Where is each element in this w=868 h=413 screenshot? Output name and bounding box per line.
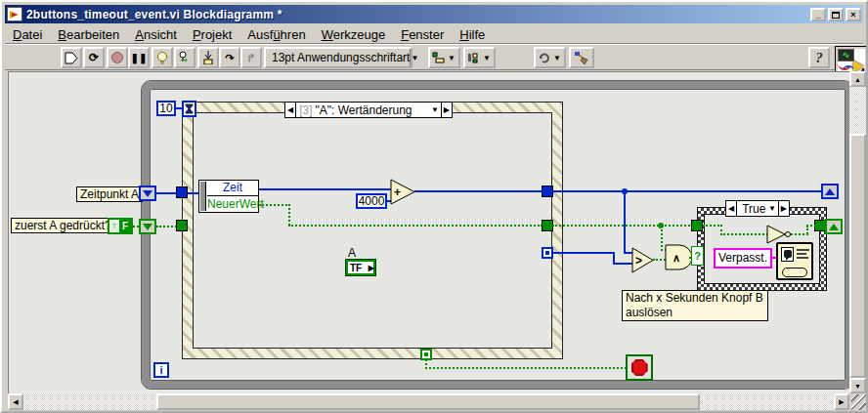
a-terminal-tf: TF xyxy=(350,263,362,273)
case-dropdown-icon[interactable]: ▼ xyxy=(766,204,778,213)
shift-register-right-green[interactable] xyxy=(825,219,843,234)
event-data-zeit[interactable]: Zeit xyxy=(207,181,258,196)
reorder-dropdown[interactable]: ▼ xyxy=(534,47,566,68)
step-into-button[interactable] xyxy=(197,47,219,68)
run-continuous-button[interactable]: ⟳ xyxy=(83,47,105,68)
step-out-button[interactable]: ↱ xyxy=(240,47,262,68)
add-glyph: + xyxy=(394,186,401,199)
event-dropdown-icon[interactable]: ▼ xyxy=(429,105,441,114)
timeout-constant[interactable]: 10 xyxy=(156,101,176,116)
menu-item-werkzeuge[interactable]: Werkzeuge xyxy=(314,25,394,44)
false-constant-t: T xyxy=(109,220,119,232)
shift-register-down-icon xyxy=(143,224,152,230)
dialog-bubble-icon xyxy=(781,247,794,262)
wire-neuerwert xyxy=(288,225,542,227)
wire-bool xyxy=(156,226,177,227)
event-next-case-icon[interactable]: ▶ xyxy=(442,105,452,114)
wire-not-out xyxy=(806,225,816,227)
lightbulb-icon xyxy=(156,51,168,65)
resize-grip[interactable] xyxy=(851,394,867,410)
step-out-icon: ↱ xyxy=(246,52,255,64)
zuerst-a-label[interactable]: zuerst A gedrückt? xyxy=(11,218,115,233)
timeout-terminal[interactable] xyxy=(182,101,196,117)
vi-icon-scope: ∿ xyxy=(838,49,854,62)
hourglass-icon xyxy=(185,103,194,114)
wire-branch-blue xyxy=(624,190,626,254)
false-constant[interactable]: T F xyxy=(108,218,133,234)
terminal-output-icon: ▶ xyxy=(369,264,375,272)
font-selector[interactable]: 13pt Anwendungsschriftart ▼ xyxy=(264,47,412,68)
tunnel-dot xyxy=(424,352,428,356)
menu-item-ansicht[interactable]: Ansicht xyxy=(127,25,185,44)
not-function[interactable] xyxy=(766,225,794,244)
case-prev-icon[interactable]: ◀ xyxy=(726,204,736,213)
case-tunnel-in[interactable] xyxy=(691,220,703,231)
minimize-button[interactable]: _ xyxy=(810,8,826,21)
context-help-button[interactable]: ? xyxy=(808,47,830,68)
menu-item-fenster[interactable]: Fenster xyxy=(393,25,452,44)
scroll-left-button[interactable]: ◀ xyxy=(8,393,23,410)
run-button[interactable] xyxy=(61,47,82,68)
shift-register-left-green[interactable] xyxy=(139,219,156,234)
cleanup-diagram-button[interactable] xyxy=(569,47,594,68)
case-selector-terminal[interactable]: ? xyxy=(691,246,704,266)
probe-icon xyxy=(178,51,192,64)
shift-register-up-icon xyxy=(825,188,835,195)
iteration-terminal[interactable]: i xyxy=(153,362,169,378)
comment-label[interactable]: Nach x Sekunden Knopf B auslösen xyxy=(622,290,768,321)
menu-item-ausführen[interactable]: Ausführen xyxy=(239,25,313,44)
dialog-text-line xyxy=(797,249,809,251)
font-selector-value: 13pt Anwendungsschriftart xyxy=(266,51,410,64)
distribute-objects-dropdown[interactable]: ▼ xyxy=(463,47,496,68)
shift-register-right-blue[interactable] xyxy=(821,184,839,199)
menu-item-bearbeiten[interactable]: Bearbeiten xyxy=(50,25,127,44)
close-button[interactable]: × xyxy=(846,8,861,21)
vertical-scrollbar[interactable]: ▲ ▼ xyxy=(849,71,866,393)
scroll-right-button[interactable]: ▶ xyxy=(834,393,849,410)
highlight-execution-button[interactable] xyxy=(152,47,173,68)
greater-function[interactable]: > xyxy=(631,247,655,273)
vertical-scroll-thumb[interactable] xyxy=(849,134,866,378)
scroll-up-button[interactable]: ▲ xyxy=(849,71,866,87)
one-button-dialog-function[interactable] xyxy=(776,242,813,280)
add-function[interactable]: + xyxy=(390,179,416,205)
event-selector-label[interactable]: ◀ [3] "A": Wertänderung ▼ ▶ xyxy=(284,102,453,118)
pause-button[interactable]: ❚❚ xyxy=(128,47,150,68)
event-data-node[interactable]: Zeit NeuerWert xyxy=(198,180,259,213)
event-data-node-bar xyxy=(200,182,206,211)
event-tunnel-blue-in[interactable] xyxy=(176,186,188,198)
abort-button[interactable] xyxy=(107,47,128,68)
stop-sign-icon xyxy=(631,359,648,376)
maximize-button[interactable] xyxy=(828,8,844,21)
title-bar[interactable]: 2buttons_timeout_event.vi Blockdiagramm … xyxy=(5,5,863,23)
a-boolean-terminal[interactable]: TF ▶ xyxy=(345,259,376,276)
verpasst-string-constant[interactable]: Verpasst. xyxy=(714,248,772,268)
menu-item-projekt[interactable]: Projekt xyxy=(185,25,239,44)
menu-item-datei[interactable]: Datei xyxy=(5,25,50,44)
align-objects-dropdown[interactable]: ▼ xyxy=(428,47,460,68)
zeitpunkt-a-label[interactable]: Zeitpunkt A xyxy=(76,186,143,202)
help-icon: ? xyxy=(815,50,823,66)
chevron-down-icon[interactable]: ▼ xyxy=(410,49,418,66)
horizontal-scrollbar[interactable]: ◀ ▶ xyxy=(8,393,849,410)
loop-condition-terminal[interactable] xyxy=(626,354,653,381)
scroll-down-button[interactable]: ▼ xyxy=(849,378,866,393)
menu-item-hilfe[interactable]: Hilfe xyxy=(452,25,493,44)
reorder-icon xyxy=(538,52,551,64)
case-selector-label[interactable]: ◀ True ▼ ▶ xyxy=(725,200,790,217)
event-tunnel-green-in[interactable] xyxy=(176,220,188,231)
retain-wire-values-button[interactable] xyxy=(174,47,195,68)
horizontal-scroll-thumb[interactable] xyxy=(156,393,700,410)
shift-register-left-blue[interactable] xyxy=(139,186,156,201)
a-terminal-label[interactable]: A xyxy=(348,246,356,260)
wire-not-out xyxy=(806,226,808,234)
event-prev-case-icon[interactable]: ◀ xyxy=(285,105,295,114)
event-case-title: "A": Wertänderung xyxy=(313,103,412,117)
event-data-neuerwert[interactable]: NeuerWert xyxy=(207,197,258,213)
block-diagram-canvas[interactable]: ◀ [3] "A": Wertänderung ▼ ▶ 10 Zeitpunkt… xyxy=(8,71,849,393)
pause-icon: ❚❚ xyxy=(131,53,148,63)
maximize-icon xyxy=(832,12,840,19)
case-next-icon[interactable]: ▶ xyxy=(779,204,789,213)
constant-4000[interactable]: 4000 xyxy=(356,193,387,209)
step-over-button[interactable]: ↷ xyxy=(219,47,240,68)
